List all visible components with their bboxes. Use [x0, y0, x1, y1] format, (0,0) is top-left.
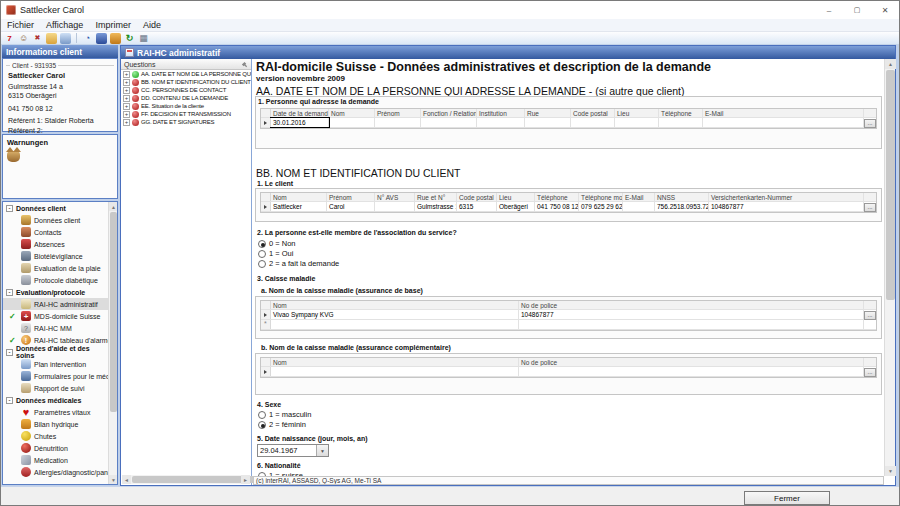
- menu-imprimer[interactable]: Imprimer: [89, 20, 137, 30]
- tree-hscrollbar[interactable]: [122, 475, 250, 484]
- nav-item-evaluation-plaie[interactable]: Evaluation de la plaie: [3, 262, 108, 274]
- cell[interactable]: [421, 118, 477, 127]
- cell[interactable]: [703, 118, 864, 127]
- q2-option-1[interactable]: 1 = Oui: [258, 249, 293, 258]
- nav-item-protocole-diabetique[interactable]: Protocole diabétique: [3, 274, 108, 286]
- cell[interactable]: [271, 320, 519, 329]
- q2-option-0[interactable]: 0 = Non: [258, 239, 295, 248]
- nav-item-parametres-vitaux[interactable]: Paramètres vitaux: [3, 406, 108, 418]
- nav-item-denutrition[interactable]: Dénutrition: [3, 442, 108, 454]
- form-scrollbar[interactable]: ▲ ▼: [884, 59, 895, 476]
- refresh-icon[interactable]: [124, 33, 135, 44]
- nav-item-contacts[interactable]: Contacts: [3, 226, 108, 238]
- nav-group-evaluation-protocole[interactable]: Evaluation/protocole: [3, 286, 108, 298]
- tree-item-dd[interactable]: DD. CONTENU DE LA DEMANDE: [121, 94, 251, 102]
- email-cell[interactable]: [623, 202, 655, 211]
- seven-icon[interactable]: [4, 33, 15, 44]
- nav-item-absences[interactable]: Absences: [3, 238, 108, 250]
- pin-icon[interactable]: [241, 61, 248, 68]
- expand-icon[interactable]: [123, 71, 130, 78]
- tree-item-ff[interactable]: FF. DECISION ET TRANSMISSION: [121, 110, 251, 118]
- cell[interactable]: [375, 118, 421, 127]
- ellipsis-button[interactable]: [864, 119, 876, 128]
- prenom-cell[interactable]: Carol: [327, 202, 375, 211]
- radio-icon[interactable]: [258, 411, 266, 419]
- print-preview-icon[interactable]: [138, 33, 149, 44]
- nav-group-donnees-aide-soins[interactable]: Données d'aide et des soins: [3, 346, 108, 358]
- scroll-down-icon[interactable]: [109, 475, 118, 484]
- nav-item-allergies[interactable]: Allergies/diagnostic/pandémie: [3, 466, 108, 478]
- chevron-down-icon[interactable]: [316, 445, 328, 456]
- tree-item-aa[interactable]: AA. DATE ET NOM DE LA PERSONNE QUI AD: [121, 70, 251, 78]
- expand-icon[interactable]: [123, 95, 130, 102]
- cell[interactable]: [615, 118, 659, 127]
- nav-item-rapport-suivi[interactable]: Rapport de suivi: [3, 382, 108, 394]
- code-postal-cell[interactable]: 6315: [457, 202, 497, 211]
- save-icon[interactable]: [96, 33, 107, 44]
- expand-icon[interactable]: [123, 111, 130, 118]
- scroll-thumb[interactable]: [886, 70, 895, 300]
- nav-item-donnees-client[interactable]: Données client: [3, 214, 108, 226]
- lock-icon[interactable]: [110, 33, 121, 44]
- fermer-button[interactable]: Fermer: [744, 491, 830, 505]
- cell[interactable]: [519, 320, 864, 329]
- nav-item-rai-hc-administratif[interactable]: RAI-HC administratif: [3, 298, 108, 310]
- maximize-button[interactable]: [843, 1, 871, 19]
- police-cell[interactable]: 104867877: [519, 310, 864, 319]
- scroll-up-icon[interactable]: ▲: [885, 59, 896, 69]
- scroll-left-icon[interactable]: [122, 475, 131, 484]
- radio-icon[interactable]: [258, 240, 266, 248]
- expand-icon[interactable]: [123, 87, 130, 94]
- q4-option-1[interactable]: 2 = féminin: [258, 420, 306, 429]
- radio-icon[interactable]: [258, 421, 266, 429]
- menu-aide[interactable]: Aide: [137, 20, 167, 30]
- scroll-right-icon[interactable]: [241, 475, 250, 484]
- menu-fichier[interactable]: Fichier: [1, 20, 40, 30]
- clock-icon[interactable]: [82, 33, 93, 44]
- q4-option-0[interactable]: 1 = masculin: [258, 410, 311, 419]
- expand-icon[interactable]: [123, 103, 130, 110]
- expand-icon[interactable]: [123, 119, 130, 126]
- user-icon[interactable]: [18, 33, 29, 44]
- nav-item-bilan-hydrique[interactable]: Bilan hydrique: [3, 418, 108, 430]
- nav-item-formulaires-medecin[interactable]: Formulaires pour le médecin: [3, 370, 108, 382]
- birthdate-combobox[interactable]: 29.04.1967: [257, 444, 329, 457]
- cell[interactable]: [525, 118, 571, 127]
- scroll-up-icon[interactable]: [109, 202, 118, 211]
- scroll-thumb[interactable]: [110, 212, 117, 412]
- nav-item-rai-hc-tableau-alarmes[interactable]: RAI-HC tableau d'alarmes: [3, 334, 108, 346]
- nom-cell[interactable]: Sattlecker: [271, 202, 327, 211]
- expand-icon[interactable]: [123, 79, 130, 86]
- tree-item-ee[interactable]: EE. Situation de la cliente: [121, 102, 251, 110]
- ellipsis-button[interactable]: [864, 368, 876, 377]
- nav-item-medication[interactable]: Médication: [3, 454, 108, 466]
- tree-item-gg[interactable]: GG. DATE ET SIGNATURES: [121, 118, 251, 126]
- tree-item-cc[interactable]: CC. PERSONNES DE CONTACT: [121, 86, 251, 94]
- nav-group-donnees-medicales[interactable]: Données médicales: [3, 394, 108, 406]
- cell[interactable]: [477, 118, 525, 127]
- nav-item-chutes[interactable]: Chutes: [3, 430, 108, 442]
- radio-icon[interactable]: [258, 260, 266, 268]
- nav-scrollbar[interactable]: [108, 202, 117, 484]
- date-demande-cell[interactable]: 30.01.2016: [271, 118, 329, 127]
- q2-option-2[interactable]: 2 = a fait la demande: [258, 259, 339, 268]
- collapse-icon[interactable]: [6, 289, 13, 296]
- cell[interactable]: [329, 118, 375, 127]
- close-window-button[interactable]: [871, 1, 899, 19]
- nav-item-rai-hc-mm[interactable]: RAI-HC MM: [3, 322, 108, 334]
- radio-icon[interactable]: [258, 250, 266, 258]
- telephone-cell[interactable]: 041 750 08 12: [535, 202, 579, 211]
- nav-group-donnees-client[interactable]: Données client: [3, 202, 108, 214]
- rue-cell[interactable]: Gulmstrasse 14 a: [415, 202, 457, 211]
- mobile-cell[interactable]: 079 625 29 62: [579, 202, 623, 211]
- versicherten-cell[interactable]: 104867877: [709, 202, 864, 211]
- cell[interactable]: [659, 118, 703, 127]
- collapse-icon[interactable]: [6, 397, 13, 404]
- ellipsis-button[interactable]: [864, 203, 876, 212]
- collapse-icon[interactable]: [6, 205, 13, 212]
- collapse-icon[interactable]: [6, 349, 13, 356]
- caisse-nom-cell[interactable]: Vivao Sympany KVG: [271, 310, 519, 319]
- ellipsis-button[interactable]: [864, 311, 876, 320]
- nav-item-plan-intervention[interactable]: Plan intervention: [3, 358, 108, 370]
- window-icon[interactable]: [60, 33, 71, 44]
